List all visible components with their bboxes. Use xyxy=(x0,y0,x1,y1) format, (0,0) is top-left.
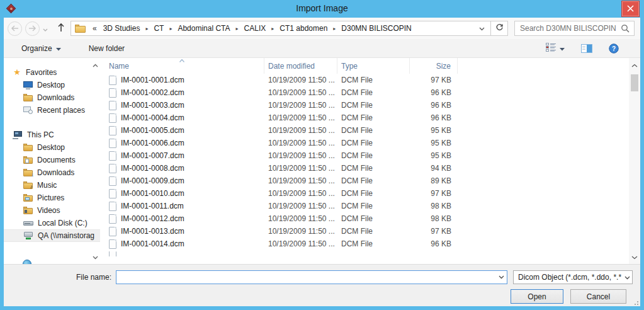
sidebar-item-label: Pictures xyxy=(37,193,64,202)
breadcrumb-separator: ▸ xyxy=(269,26,276,32)
file-type: DCM File xyxy=(337,164,410,173)
file-name: IM-0001-0009.dcm xyxy=(121,176,184,185)
breadcrumb-item[interactable]: CT1 abdomen xyxy=(276,23,330,34)
column-header-date-modified[interactable]: Date modified xyxy=(264,58,337,74)
file-row[interactable]: IM-0001-0009.dcm 10/19/2009 11:50 ... DC… xyxy=(100,175,629,187)
file-row[interactable]: IM-0001-0011.dcm 10/19/2009 11:50 ... DC… xyxy=(100,200,629,212)
forward-button[interactable] xyxy=(25,21,40,36)
new-folder-button[interactable]: New folder xyxy=(84,42,130,55)
help-icon[interactable]: ? xyxy=(609,43,619,54)
column-header-name[interactable]: Name xyxy=(100,58,264,74)
file-date: 10/19/2009 11:50 ... xyxy=(264,151,337,160)
dialog-footer: File name: Dicom Object (*.dcm, *.ddo, *… xyxy=(4,264,640,306)
sidebar-item-qa-network-drive[interactable]: QA (\\mainstorag xyxy=(4,229,100,242)
column-header-size[interactable]: Size xyxy=(410,58,458,74)
search-input[interactable] xyxy=(515,24,619,33)
network-globe-icon xyxy=(23,260,31,264)
cancel-button[interactable]: Cancel xyxy=(570,289,626,304)
downloads-folder-icon: ↓ xyxy=(23,169,33,176)
cancel-button-label: Cancel xyxy=(587,292,610,301)
sidebar-item-videos[interactable]: Videos xyxy=(4,204,100,217)
sidebar-item-pictures[interactable]: Pictures xyxy=(4,192,100,204)
breadcrumb-separator: ▸ xyxy=(167,26,174,32)
file-date: 10/19/2009 11:50 ... xyxy=(264,227,337,236)
file-size: 95 KB xyxy=(410,151,458,160)
file-row[interactable]: IM-0001-0005.dcm 10/19/2009 11:50 ... DC… xyxy=(100,124,629,137)
sidebar-item-recent-places[interactable]: Recent places xyxy=(4,104,100,117)
scroll-up-icon[interactable] xyxy=(631,60,638,69)
scroll-up-icon[interactable] xyxy=(93,60,98,69)
sidebar-section-favorites[interactable]: ★ Favorites xyxy=(4,66,100,79)
search-icon[interactable] xyxy=(619,24,634,33)
file-name-input[interactable] xyxy=(116,271,495,284)
sidebar-item-label: QA (\\mainstorag xyxy=(38,231,94,240)
breadcrumb-item[interactable]: CALIX xyxy=(241,23,269,34)
back-button[interactable] xyxy=(8,21,22,36)
breadcrumb-item[interactable]: D30MN BILISCOPIN xyxy=(338,23,414,34)
title-bar[interactable]: Import Image xyxy=(0,0,644,18)
search-box xyxy=(514,21,635,36)
resize-grip[interactable] xyxy=(632,299,638,305)
file-row[interactable]: IM-0001-0003.dcm 10/19/2009 11:50 ... DC… xyxy=(100,99,629,112)
dcm-file-icon xyxy=(109,227,116,236)
breadcrumb-overflow[interactable]: « xyxy=(89,24,100,33)
close-button[interactable] xyxy=(621,1,640,17)
file-size: 96 KB xyxy=(410,239,458,248)
sidebar-item-documents[interactable]: Documents xyxy=(4,154,100,166)
file-row[interactable]: IM-0001-0012.dcm 10/19/2009 11:50 ... DC… xyxy=(100,212,629,225)
breadcrumb-item[interactable]: 3D Studies xyxy=(100,23,144,34)
change-view-button[interactable] xyxy=(546,43,565,54)
file-row[interactable]: IM-0001-0008.dcm 10/19/2009 11:50 ... DC… xyxy=(100,162,629,175)
dcm-file-icon xyxy=(109,164,116,173)
network-drive-icon xyxy=(23,232,33,239)
sidebar-item-downloads[interactable]: ↓ Downloads xyxy=(4,91,100,104)
file-row[interactable]: IM-0001-0007.dcm 10/19/2009 11:50 ... DC… xyxy=(100,149,629,162)
disk-drive-icon xyxy=(23,220,33,227)
sidebar-section-label: This PC xyxy=(27,130,54,139)
dialog-body: ★ Favorites Desktop ↓ Downloads Recent p… xyxy=(4,58,640,264)
file-type: DCM File xyxy=(337,176,410,185)
refresh-button[interactable] xyxy=(490,21,507,35)
file-size: 94 KB xyxy=(410,164,458,173)
file-row[interactable]: IM-0001-0002.dcm 10/19/2009 11:50 ... DC… xyxy=(100,86,629,99)
sidebar-item-desktop-pc[interactable]: Desktop xyxy=(4,141,100,154)
file-row[interactable]: IM-0001-0001.dcm 10/19/2009 11:50 ... DC… xyxy=(100,74,629,86)
up-button[interactable] xyxy=(54,21,68,35)
file-row[interactable]: IM-0001-0014.dcm 10/19/2009 11:50 ... DC… xyxy=(100,238,629,250)
scrollbar-thumb[interactable] xyxy=(631,74,638,91)
address-dropdown-button[interactable] xyxy=(475,24,489,33)
breadcrumb-item[interactable]: CT xyxy=(150,23,167,34)
dcm-file-icon xyxy=(109,202,116,211)
desktop-icon xyxy=(23,81,33,89)
chevron-down-icon xyxy=(479,24,485,33)
file-row[interactable]: IM-0001-0004.dcm 10/19/2009 11:50 ... DC… xyxy=(100,112,629,124)
preview-pane-icon[interactable] xyxy=(581,44,592,53)
file-type-value: Dicom Object (*.dcm, *.ddo, *.* xyxy=(518,273,624,282)
scroll-down-icon[interactable] xyxy=(631,253,638,261)
open-button[interactable]: Open xyxy=(511,289,563,304)
command-toolbar: Organize New folder xyxy=(4,39,640,58)
file-row[interactable]: IM-0001-0006.dcm 10/19/2009 11:50 ... DC… xyxy=(100,137,629,149)
breadcrumb-item[interactable]: Abdominal CTA xyxy=(174,23,233,34)
file-list-scrollbar[interactable] xyxy=(629,58,640,264)
file-row[interactable]: IM-0001-0010.dcm 10/19/2009 11:50 ... DC… xyxy=(100,187,629,200)
sidebar-item-downloads-pc[interactable]: ↓ Downloads xyxy=(4,166,100,179)
recent-locations-button[interactable] xyxy=(43,23,48,34)
sidebar-scrollbar[interactable] xyxy=(91,58,99,264)
chevron-down-icon xyxy=(560,44,565,53)
column-header-type[interactable]: Type xyxy=(337,58,410,74)
scroll-down-icon[interactable] xyxy=(93,253,98,261)
file-type-select[interactable]: Dicom Object (*.dcm, *.ddo, *.* xyxy=(513,270,633,284)
sidebar-item-desktop[interactable]: Desktop xyxy=(4,79,100,91)
close-icon xyxy=(627,3,634,14)
sidebar-section-this-pc[interactable]: This PC xyxy=(4,129,100,141)
file-name: IM-0001-0006.dcm xyxy=(121,139,184,147)
sidebar-item-music[interactable]: ♪ Music xyxy=(4,179,100,192)
organize-button[interactable]: Organize xyxy=(16,42,66,55)
file-row[interactable]: IM-0001-0013.dcm 10/19/2009 11:50 ... DC… xyxy=(100,225,629,238)
column-label: Name xyxy=(109,62,129,71)
file-size: 96 KB xyxy=(410,88,458,97)
column-headers: Name Date modified Type Size xyxy=(100,58,629,74)
chevron-down-icon[interactable] xyxy=(495,271,507,284)
sidebar-item-local-disk-c[interactable]: Local Disk (C:) xyxy=(4,217,100,229)
